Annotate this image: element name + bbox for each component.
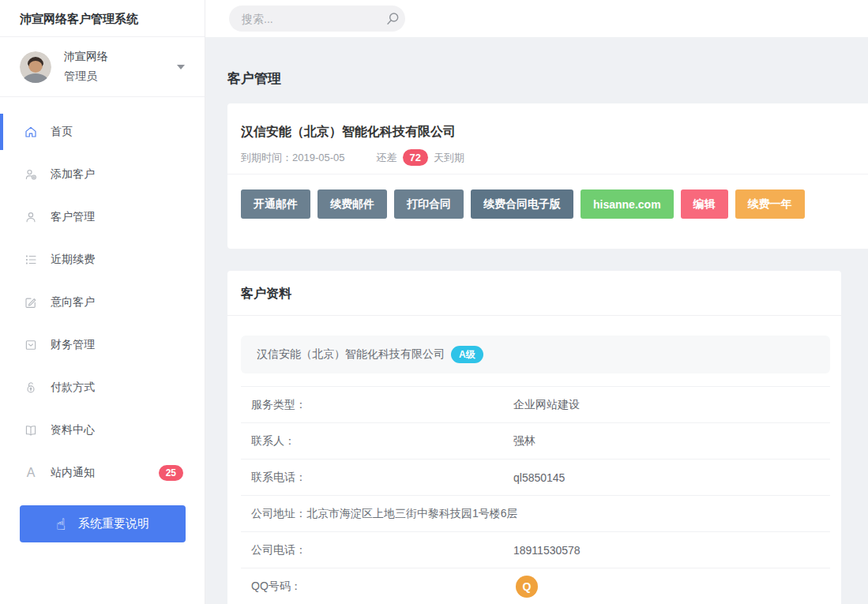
row-value: ql5850145 xyxy=(513,471,565,484)
notification-count-badge: 25 xyxy=(159,465,183,481)
sidebar-item-8[interactable]: A站内通知25 xyxy=(0,452,205,494)
sidebar-menu: 首页添加客户客户管理近期续费意向客户财务管理付款方式资料中心A站内通知25 xyxy=(0,97,205,494)
user-menu[interactable]: 沛宣网络 管理员 xyxy=(0,37,205,97)
action-button-5[interactable]: 编辑 xyxy=(681,189,728,219)
profile-rows: 服务类型：企业网站建设联系人：强林联系电话：ql5850145公司地址：北京市海… xyxy=(241,386,830,604)
row-label: 联系电话： xyxy=(251,471,513,485)
profile-company-name: 汉信安能（北京）智能化科技有限公司 xyxy=(257,347,445,362)
lock-icon xyxy=(24,381,38,395)
action-button-3[interactable]: 续费合同电子版 xyxy=(471,189,573,219)
action-button-4[interactable]: hisanne.com xyxy=(581,189,674,219)
profile-row-2: 联系电话：ql5850145 xyxy=(241,460,830,496)
customer-summary-head: 汉信安能（北京）智能化科技有限公司 到期时间：2019-05-05 还差 72 … xyxy=(227,103,868,174)
sidebar-item-label: 客户管理 xyxy=(51,210,95,224)
profile-row-5: QQ号码：Q xyxy=(241,568,830,604)
page-title: 客户管理 xyxy=(227,69,868,88)
app-window: 沛宣网络客户管理系统 沛宣网络 管理员 首页添加客户客户管理近期续费意向客户财务… xyxy=(0,0,868,604)
chevron-down-icon[interactable] xyxy=(177,65,185,69)
row-value: 强林 xyxy=(513,434,535,448)
user-name: 沛宣网络 xyxy=(64,50,108,64)
row-label: 公司地址：北京市海淀区上地三街中黎科技园1号楼6层 xyxy=(251,507,518,521)
user-role: 管理员 xyxy=(64,69,108,84)
sidebar-item-label: 付款方式 xyxy=(51,381,95,395)
main-content: 客户管理 汉信安能（北京）智能化科技有限公司 到期时间：2019-05-05 还… xyxy=(205,37,868,604)
row-label: 公司电话： xyxy=(251,543,513,557)
row-value: 企业网站建设 xyxy=(513,398,580,412)
hand-pointer-icon: ☝ xyxy=(56,516,66,532)
sidebar-item-label: 添加客户 xyxy=(51,167,95,182)
action-button-2[interactable]: 打印合同 xyxy=(394,189,464,219)
app-title: 沛宣网络客户管理系统 xyxy=(0,0,205,37)
user-meta: 沛宣网络 管理员 xyxy=(64,50,108,84)
days-remaining-badge: 72 xyxy=(403,149,428,166)
edit-icon xyxy=(24,295,38,310)
book-icon xyxy=(24,423,38,437)
user-icon xyxy=(24,210,38,224)
search-input[interactable] xyxy=(242,13,385,25)
action-buttons: 开通邮件续费邮件打印合同续费合同电子版hisanne.com编辑续费一年 xyxy=(227,174,868,234)
profile-row-1: 联系人：强林 xyxy=(241,423,830,460)
days-prefix: 还差 xyxy=(377,151,397,165)
profile-row-0: 服务类型：企业网站建设 xyxy=(241,387,830,423)
row-label: 服务类型： xyxy=(251,398,513,412)
sidebar-item-7[interactable]: 资料中心 xyxy=(0,409,205,452)
sidebar-item-label: 财务管理 xyxy=(51,338,95,352)
search-icon[interactable] xyxy=(385,11,400,27)
sidebar-item-label: 站内通知 xyxy=(51,466,95,480)
search-box xyxy=(229,6,405,32)
avatar xyxy=(20,51,51,83)
sidebar-item-label: 近期续费 xyxy=(51,253,95,267)
profile-row-3: 公司地址：北京市海淀区上地三街中黎科技园1号楼6层 xyxy=(241,496,830,532)
system-notes-button[interactable]: ☝ 系统重要说明 xyxy=(20,505,186,542)
notice-icon: A xyxy=(24,466,38,480)
profile-card-title: 客户资料 xyxy=(227,271,841,316)
sidebar-item-label: 资料中心 xyxy=(51,423,95,437)
qq-icon[interactable]: Q xyxy=(516,576,538,598)
profile-company-box: 汉信安能（北京）智能化科技有限公司 A级 xyxy=(241,336,830,373)
sidebar-item-6[interactable]: 付款方式 xyxy=(0,366,205,409)
profile-card-body: 汉信安能（北京）智能化科技有限公司 A级 服务类型：企业网站建设联系人：强林联系… xyxy=(227,316,841,604)
customer-summary-card: 汉信安能（北京）智能化科技有限公司 到期时间：2019-05-05 还差 72 … xyxy=(227,103,868,249)
sidebar-item-1[interactable]: 添加客户 xyxy=(0,153,205,196)
sidebar-item-5[interactable]: 财务管理 xyxy=(0,324,205,366)
profile-row-4: 公司电话：18911530578 xyxy=(241,532,830,568)
topbar xyxy=(205,0,868,37)
row-label: QQ号码： xyxy=(251,580,513,594)
sidebar-item-4[interactable]: 意向客户 xyxy=(0,281,205,324)
grade-badge: A级 xyxy=(451,346,483,363)
row-value: 18911530578 xyxy=(513,544,581,557)
list-icon xyxy=(24,253,38,267)
days-suffix: 天到期 xyxy=(434,151,464,165)
expire-date: 到期时间：2019-05-05 xyxy=(241,151,345,165)
action-button-0[interactable]: 开通邮件 xyxy=(241,189,310,219)
system-notes-label: 系统重要说明 xyxy=(78,516,149,531)
sidebar-item-label: 首页 xyxy=(51,125,73,139)
sidebar-item-label: 意向客户 xyxy=(51,295,95,310)
row-label: 联系人： xyxy=(251,434,513,448)
home-icon xyxy=(24,125,38,139)
customer-company-name: 汉信安能（北京）智能化科技有限公司 xyxy=(241,124,862,141)
customer-profile-card: 客户资料 汉信安能（北京）智能化科技有限公司 A级 服务类型：企业网站建设联系人… xyxy=(227,271,841,604)
expire-line: 到期时间：2019-05-05 还差 72 天到期 xyxy=(241,149,862,166)
sidebar: 沛宣网络客户管理系统 沛宣网络 管理员 首页添加客户客户管理近期续费意向客户财务… xyxy=(0,0,205,604)
action-button-1[interactable]: 续费邮件 xyxy=(318,189,387,219)
add-user-icon xyxy=(24,167,38,182)
finance-icon xyxy=(24,338,38,352)
sidebar-item-2[interactable]: 客户管理 xyxy=(0,196,205,238)
action-button-6[interactable]: 续费一年 xyxy=(735,189,805,219)
sidebar-item-3[interactable]: 近期续费 xyxy=(0,238,205,281)
sidebar-item-0[interactable]: 首页 xyxy=(0,111,205,153)
